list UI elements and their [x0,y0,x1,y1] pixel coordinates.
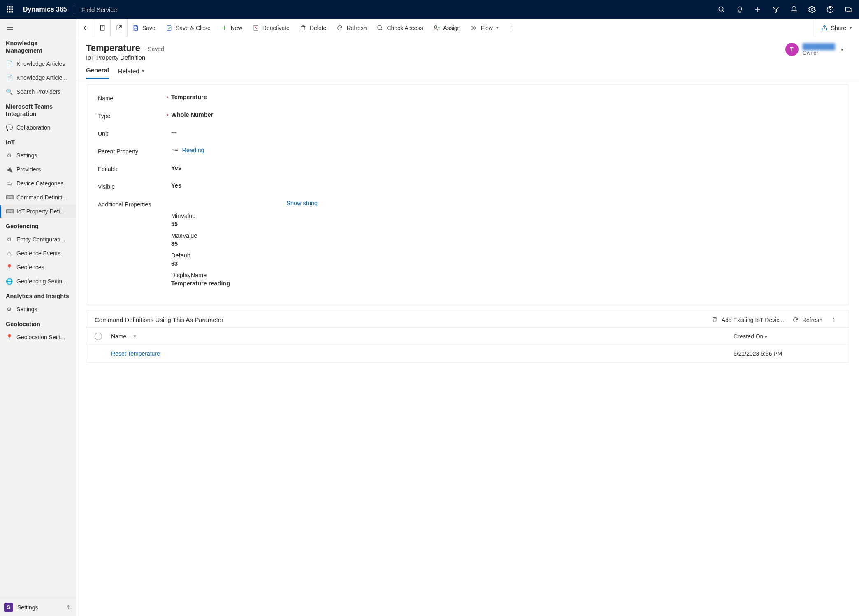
lightbulb-icon[interactable] [731,0,749,19]
bell-icon[interactable] [785,0,803,19]
area-label: Settings [17,604,38,611]
sidebar-item[interactable]: 📄Knowledge Article... [0,71,76,85]
cmdbar-overflow-icon[interactable]: ⋮ [504,25,518,31]
delete-button[interactable]: Delete [295,19,332,37]
share-button[interactable]: Share ▾ [816,19,857,37]
filter-icon[interactable] [767,0,785,19]
show-string-link[interactable]: Show string [286,200,318,206]
sidebar-item[interactable]: 🔌Providers [0,162,76,176]
sidebar-item[interactable]: ⚙Entity Configurati... [0,232,76,246]
chevron-down-icon[interactable]: ▾ [839,47,845,52]
sidebar-item[interactable]: ⚙Settings [0,302,76,316]
subgrid-title: Command Definitions Using This As Parame… [95,316,708,323]
field-label: Type [98,111,164,119]
record-title: Temperature [86,43,140,53]
sidebar-item[interactable]: 📄Knowledge Articles [0,57,76,71]
subgrid-overflow-icon[interactable]: ⋮ [826,317,840,323]
column-name[interactable]: Name ↑ ▾ [111,333,734,340]
sidebar-item-icon: 🗂 [6,180,12,187]
addl-prop-minvalue[interactable]: MinValue 55 [171,213,319,227]
sidebar-item[interactable]: 🗂Device Categories [0,176,76,190]
plus-icon[interactable] [749,0,767,19]
app-name-label[interactable]: Field Service [76,6,123,13]
area-switcher[interactable]: S Settings ⇅ [0,598,76,616]
sidebar-item-label: Providers [16,166,41,173]
svg-rect-5 [12,9,13,10]
form-tabs: General Related ▾ [76,61,859,79]
lookup-link[interactable]: Reading [182,147,204,153]
owner-block[interactable]: T ████████ Owner ▾ [785,43,849,56]
open-record-set-icon[interactable] [94,19,111,37]
column-created-on[interactable]: Created On ▾ [734,333,840,340]
add-existing-label: Add Existing IoT Devic... [722,317,784,323]
save-label: Save [142,25,156,31]
deactivate-label: Deactivate [262,25,290,31]
main: Save Save & Close New Deactivate Delete … [76,19,859,616]
back-button[interactable] [78,19,94,37]
record-saved-status: - Saved [144,46,164,52]
sidebar-item[interactable]: ⌨IoT Property Defi... [0,204,76,218]
row-name-link[interactable]: Reset Temperature [111,350,160,357]
assign-button[interactable]: Assign [428,19,466,37]
sidebar-item[interactable]: 📍Geofences [0,260,76,274]
sidebar-item[interactable]: ⚙Settings [0,148,76,162]
sidebar-item[interactable]: 📍Geolocation Setti... [0,330,76,344]
sidebar-item-icon: ⌨ [6,194,12,201]
svg-rect-36 [714,319,717,322]
sidebar-item[interactable]: ⌨Command Definiti... [0,190,76,204]
assistant-icon[interactable] [839,0,857,19]
new-button[interactable]: New [216,19,248,37]
tab-related[interactable]: Related ▾ [118,67,144,79]
sidebar-item[interactable]: 💬Collaboration [0,120,76,134]
addl-prop-maxvalue[interactable]: MaxValue 85 [171,232,319,247]
svg-rect-35 [713,317,716,321]
addl-prop-displayname[interactable]: DisplayName Temperature reading [171,272,319,287]
field-name[interactable]: Name * Temperature [86,89,849,107]
refresh-button[interactable]: Refresh [332,19,372,37]
app-launcher-icon[interactable] [2,0,18,19]
svg-line-10 [722,10,724,12]
field-unit[interactable]: Unit --- [86,124,849,142]
open-new-window-icon[interactable] [111,19,127,37]
topbar: Dynamics 365 Field Service [0,0,859,19]
topbar-divider [74,5,74,14]
sidebar-item-icon: 📄 [6,74,12,81]
svg-line-31 [255,26,257,28]
field-type[interactable]: Type * Whole Number [86,107,849,124]
svg-point-34 [435,25,437,28]
subgrid-refresh-button[interactable]: Refresh [788,317,826,323]
svg-rect-2 [12,6,13,7]
sidebar-item[interactable]: 🌐Geofencing Settin... [0,274,76,288]
help-icon[interactable] [821,0,839,19]
svg-line-33 [381,29,382,30]
tab-general-label: General [86,67,109,74]
sidebar-group-title: Geofencing [0,218,76,232]
save-close-label: Save & Close [176,25,211,31]
addl-prop-default[interactable]: Default 63 [171,252,319,267]
field-value: Whole Number [171,111,213,118]
sidebar-item[interactable]: 🔍Search Providers [0,85,76,99]
field-parent-property[interactable]: Parent Property ⌂≡ Reading [86,142,849,160]
svg-point-16 [830,11,830,12]
assign-label: Assign [443,25,460,31]
check-access-label: Check Access [387,25,423,31]
sidebar-toggle-icon[interactable] [0,19,76,35]
add-existing-button[interactable]: Add Existing IoT Devic... [708,317,788,323]
check-access-button[interactable]: Check Access [372,19,428,37]
additional-properties: Show string MinValue 55 MaxValue 85 [171,200,319,292]
tab-general[interactable]: General [86,67,109,79]
select-all-checkbox[interactable] [95,333,111,340]
field-label: Unit [98,129,164,137]
deactivate-button[interactable]: Deactivate [248,19,295,37]
flow-button[interactable]: Flow ▾ [466,19,504,37]
gear-icon[interactable] [803,0,821,19]
search-icon[interactable] [713,0,731,19]
field-visible[interactable]: Visible Yes [86,177,849,195]
table-row[interactable]: Reset Temperature 5/21/2023 5:56 PM [86,345,849,362]
owner-name: ████████ [803,43,835,50]
save-button[interactable]: Save [127,19,161,37]
brand-label[interactable]: Dynamics 365 [18,6,72,13]
save-close-button[interactable]: Save & Close [161,19,216,37]
field-editable[interactable]: Editable Yes [86,160,849,177]
sidebar-item[interactable]: ⚠Geofence Events [0,246,76,260]
